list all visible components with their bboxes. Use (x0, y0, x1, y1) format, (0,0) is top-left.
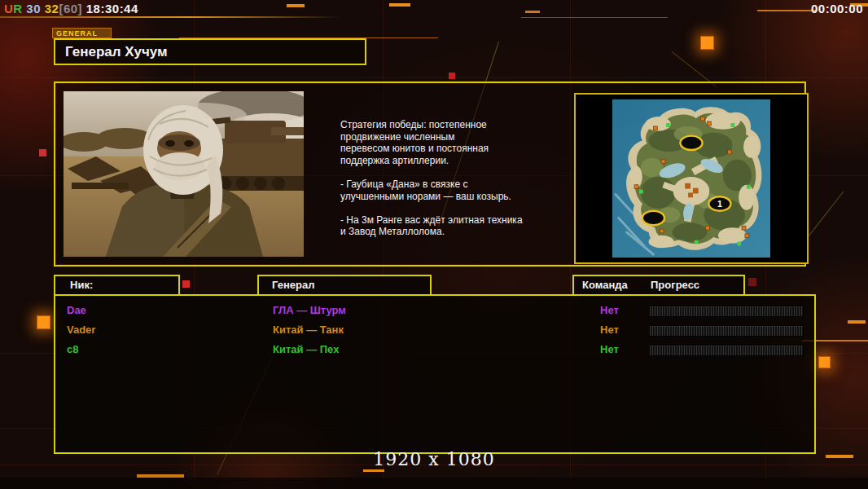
glow-square (818, 356, 831, 368)
header-progress-label: Прогресс (651, 276, 699, 294)
strategy-text: Стратегия победы: постепенное продвижени… (340, 119, 576, 238)
progress-bar (649, 306, 804, 317)
red-dot (449, 73, 455, 79)
stat-u: U (4, 2, 13, 15)
circuit-line (0, 77, 868, 78)
topbar-underline (521, 17, 668, 18)
column-header-team-progress: Команда Прогресс (572, 275, 745, 296)
red-dot (182, 280, 190, 288)
table-row[interactable]: DaeГЛА — ШтурмНет (55, 301, 814, 320)
header-team-label: Команда (582, 276, 651, 294)
players-table: DaeГЛА — ШтурмНетVaderКитай — ТанкНетc8К… (54, 294, 816, 454)
table-row[interactable]: VaderКитай — ТанкНет (55, 320, 814, 340)
header-nick-label: Ник: (70, 279, 93, 291)
player-team: Нет (600, 304, 619, 316)
network-stats: UR 30 32[60] 18:30:44 (4, 2, 138, 15)
tab-general[interactable]: GENERAL (52, 28, 112, 38)
start-position-1: 1 (717, 199, 722, 209)
bottom-band (0, 478, 868, 489)
resolution-label: 1920 x 1080 (0, 449, 868, 469)
minimap: 1 (612, 99, 771, 258)
glow-square (700, 36, 714, 50)
player-team: Нет (600, 324, 619, 336)
topbar-underline (0, 16, 342, 18)
player-rows: DaeГЛА — ШтурмНетVaderКитай — ТанкНетc8К… (55, 301, 814, 359)
player-team: Нет (600, 343, 619, 355)
stat-yellow: 32 (45, 2, 59, 15)
red-dot (748, 278, 756, 286)
clock: 18:30:44 (82, 2, 138, 15)
minimap-panel: 1 (574, 93, 809, 264)
page-title: Генерал Хучум (54, 38, 366, 65)
stat-blue: 30 (23, 2, 45, 15)
player-nick: Dae (67, 304, 86, 316)
header-general-label: Генерал (272, 279, 314, 291)
table-row[interactable]: c8Китай — ПехНет (55, 340, 814, 359)
circuit-dash (363, 469, 384, 472)
portrait-art (64, 91, 304, 257)
glow-square (37, 315, 50, 329)
player-general: ГЛА — Штурм (273, 304, 346, 316)
match-timer: 00:00:00 (811, 2, 863, 15)
general-portrait (64, 91, 304, 257)
player-general: Китай — Танк (273, 324, 344, 336)
player-general: Китай — Пех (273, 343, 339, 355)
player-nick: c8 (67, 343, 78, 355)
stat-gray: [60] (59, 2, 82, 15)
player-nick: Vader (67, 324, 95, 336)
red-dot (39, 149, 46, 156)
stat-r: R (13, 2, 22, 15)
status-bar: UR 30 32[60] 18:30:44 00:00:00 (0, 0, 868, 18)
column-header-general: Генерал (257, 275, 432, 296)
circuit-dash (848, 320, 866, 324)
column-header-nick: Ник: (54, 275, 180, 296)
progress-bar (649, 325, 804, 337)
lobby-screen: UR 30 32[60] 18:30:44 00:00:00 GENERAL Г… (0, 0, 868, 489)
progress-bar (649, 345, 804, 356)
